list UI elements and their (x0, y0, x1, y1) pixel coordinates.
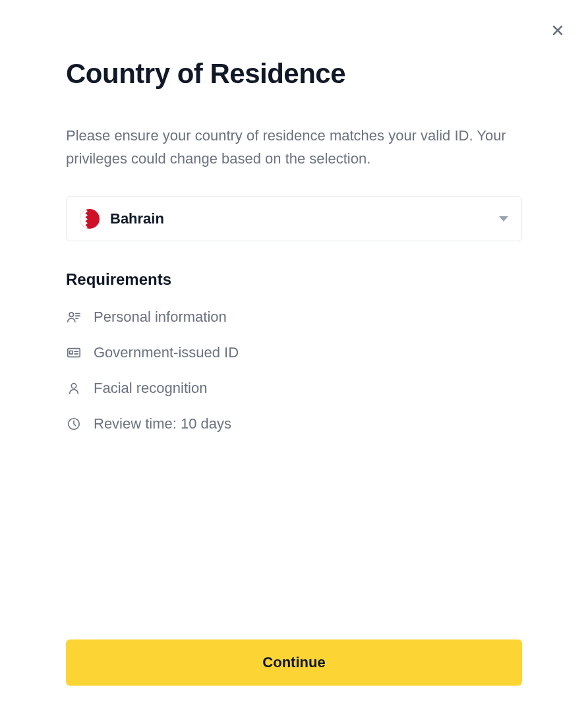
requirement-item: Facial recognition (66, 380, 522, 397)
svg-point-0 (69, 313, 73, 317)
requirements-heading: Requirements (66, 270, 522, 289)
close-button[interactable] (548, 21, 567, 40)
flag-icon (80, 209, 100, 229)
continue-button[interactable]: Continue (66, 639, 522, 686)
person-info-icon (66, 309, 82, 325)
requirement-item: Government-issued ID (66, 344, 522, 361)
requirement-label: Review time: 10 days (94, 415, 231, 432)
requirement-label: Personal information (94, 309, 227, 326)
requirement-item: Review time: 10 days (66, 415, 522, 432)
country-name: Bahrain (110, 210, 164, 227)
id-card-icon (66, 345, 82, 361)
requirement-label: Government-issued ID (94, 344, 239, 361)
page-title: Country of Residence (66, 58, 522, 90)
chevron-down-icon (499, 216, 508, 222)
modal-content: Country of Residence Please ensure your … (0, 0, 588, 712)
country-select[interactable]: Bahrain (66, 196, 522, 241)
face-icon (66, 380, 82, 396)
close-icon (550, 22, 566, 38)
svg-rect-5 (70, 351, 73, 355)
svg-point-8 (71, 384, 76, 388)
country-select-value: Bahrain (80, 209, 164, 229)
description-text: Please ensure your country of residence … (66, 124, 522, 170)
requirement-item: Personal information (66, 309, 522, 326)
clock-icon (66, 416, 82, 432)
requirement-label: Facial recognition (94, 380, 207, 397)
